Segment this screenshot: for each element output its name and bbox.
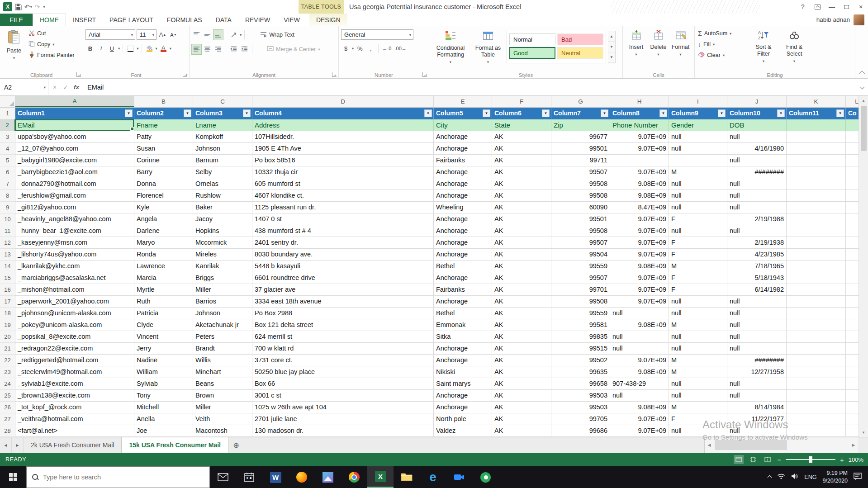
filter-icon[interactable]: ▼ bbox=[243, 109, 251, 117]
italic-button[interactable]: I bbox=[96, 43, 106, 53]
cell-A28[interactable]: <fart@al.net> bbox=[15, 425, 134, 437]
cell-D19[interactable]: Box 121 delta street bbox=[252, 319, 434, 331]
cell-E7[interactable]: Anchorage bbox=[434, 178, 492, 190]
cell-G28[interactable]: 99686 bbox=[551, 425, 610, 437]
cell-J2[interactable]: DOB bbox=[727, 119, 787, 131]
close-icon[interactable]: × bbox=[854, 0, 868, 14]
cell-E11[interactable]: Anchorage bbox=[434, 225, 492, 237]
cell-H1[interactable]: Column8▼ bbox=[610, 108, 669, 119]
fill-color-icon[interactable] bbox=[145, 43, 154, 53]
borders-caret[interactable]: ▾ bbox=[137, 46, 138, 51]
cell-D17[interactable]: 3334 east 18th avenue bbox=[252, 296, 434, 308]
number-format-combo[interactable]: General▾ bbox=[341, 29, 413, 40]
cell-I7[interactable]: null bbox=[669, 178, 727, 190]
page-layout-view-icon[interactable] bbox=[748, 455, 758, 464]
cell-A14[interactable]: _lkanrilak@ykhc.com bbox=[15, 261, 134, 272]
cell-F20[interactable]: AK bbox=[492, 331, 551, 343]
increase-indent-icon[interactable] bbox=[240, 44, 249, 54]
cell-F23[interactable]: AK bbox=[492, 366, 551, 378]
column-header-J[interactable]: J bbox=[727, 96, 787, 107]
cell-J18[interactable]: null bbox=[727, 308, 787, 319]
cell-K8[interactable] bbox=[787, 190, 846, 202]
cell-E17[interactable]: Anchorage bbox=[434, 296, 492, 308]
cell-C11[interactable]: Hopkins bbox=[193, 225, 252, 237]
cell-I16[interactable]: F bbox=[669, 284, 727, 296]
cell-K26[interactable] bbox=[787, 402, 846, 413]
cell-I15[interactable]: F bbox=[669, 272, 727, 284]
cell-G17[interactable]: 99508 bbox=[551, 296, 610, 308]
gallery-down-icon[interactable]: ▼ bbox=[608, 42, 615, 52]
cell-C23[interactable]: Minehart bbox=[193, 366, 252, 378]
cell-F6[interactable]: AK bbox=[492, 166, 551, 178]
cell-H25[interactable]: null bbox=[610, 390, 669, 402]
cell-I14[interactable]: M bbox=[669, 261, 727, 272]
scroll-right-icon[interactable]: ▶ bbox=[849, 443, 858, 447]
cell-F8[interactable]: AK bbox=[492, 190, 551, 202]
font-dialog-launcher-icon[interactable] bbox=[183, 72, 187, 77]
cell-A3[interactable]: uppa'sboy@yahoo.com bbox=[15, 131, 134, 143]
cell-K27[interactable] bbox=[787, 413, 846, 425]
cell-J25[interactable]: null bbox=[727, 390, 787, 402]
format-cells-button[interactable]: Format ▾ bbox=[669, 28, 692, 57]
cell-J8[interactable]: null bbox=[727, 190, 787, 202]
cell-H21[interactable]: null bbox=[610, 343, 669, 355]
cell-K13[interactable] bbox=[787, 249, 846, 261]
cell-F27[interactable]: AK bbox=[492, 413, 551, 425]
cell-J9[interactable]: null bbox=[727, 202, 787, 213]
cell-E13[interactable]: Anchorage bbox=[434, 249, 492, 261]
zoom-level[interactable]: 100% bbox=[849, 456, 863, 463]
taskbar-search[interactable] bbox=[26, 466, 210, 488]
cell-H9[interactable]: 8.47E+09 bbox=[610, 202, 669, 213]
cell-D2[interactable]: Address bbox=[252, 119, 434, 131]
cell-E21[interactable]: Anchorage bbox=[434, 343, 492, 355]
cell-K20[interactable] bbox=[787, 331, 846, 343]
cell-K23[interactable] bbox=[787, 366, 846, 378]
cell-K17[interactable] bbox=[787, 296, 846, 308]
cell-K19[interactable] bbox=[787, 319, 846, 331]
cell-C3[interactable]: Kompkoff bbox=[193, 131, 252, 143]
cell-B19[interactable]: Clyde bbox=[134, 319, 193, 331]
cell-E23[interactable]: Nikiski bbox=[434, 366, 492, 378]
vertical-scrollbar[interactable]: ▲ ▼ bbox=[859, 96, 868, 437]
wrap-text-button[interactable]: Wrap Text bbox=[259, 29, 295, 40]
save-icon[interactable] bbox=[15, 4, 22, 10]
cell-G12[interactable]: 99507 bbox=[551, 237, 610, 249]
cell-K3[interactable] bbox=[787, 131, 846, 143]
cell-H26[interactable]: 9.08E+09 bbox=[610, 402, 669, 413]
cell-C25[interactable]: Brown bbox=[193, 390, 252, 402]
cell-A19[interactable]: _pokey@unicom-alaska.com bbox=[15, 319, 134, 331]
column-header-E[interactable]: E bbox=[434, 96, 492, 107]
cell-A26[interactable]: _tot_kopf_@rock.com bbox=[15, 402, 134, 413]
cell-B23[interactable]: William bbox=[134, 366, 193, 378]
cell-E4[interactable]: Anchorage bbox=[434, 143, 492, 155]
tab-review[interactable]: REVIEW bbox=[238, 14, 277, 26]
cell-J7[interactable]: null bbox=[727, 178, 787, 190]
cell-D11[interactable]: 438 mumford st # 4 bbox=[252, 225, 434, 237]
cell-A21[interactable]: _redragon22@excite.com bbox=[15, 343, 134, 355]
column-header-C[interactable]: C bbox=[193, 96, 252, 107]
insert-cells-button[interactable]: Insert ▾ bbox=[625, 28, 647, 57]
decrease-decimal-icon[interactable]: .00→ bbox=[394, 43, 407, 53]
tab-formulas[interactable]: FORMULAS bbox=[160, 14, 209, 26]
cell-A5[interactable]: _babygirl1980@excite.com bbox=[15, 155, 134, 166]
start-button[interactable] bbox=[0, 466, 26, 488]
filter-icon[interactable]: ▼ bbox=[542, 109, 550, 117]
cell-I18[interactable]: null bbox=[669, 308, 727, 319]
cell-H5[interactable] bbox=[610, 155, 669, 166]
cell-G22[interactable]: 99502 bbox=[551, 355, 610, 366]
enter-formula-icon[interactable]: ✓ bbox=[60, 84, 71, 91]
cell-K4[interactable] bbox=[787, 143, 846, 155]
cell-B27[interactable]: Anella bbox=[134, 413, 193, 425]
clipboard-dialog-launcher-icon[interactable] bbox=[76, 72, 81, 77]
vertical-scroll-thumb[interactable] bbox=[861, 106, 867, 151]
language-indicator[interactable]: ENG bbox=[804, 474, 816, 480]
increase-decimal-icon[interactable]: ←.0 bbox=[381, 43, 392, 53]
cell-J12[interactable]: 2/19/1938 bbox=[727, 237, 787, 249]
cell-J11[interactable]: null bbox=[727, 225, 787, 237]
fill-button[interactable]: ↓ Fill ▾ bbox=[697, 39, 747, 50]
copy-button[interactable]: Copy ▾ bbox=[28, 39, 76, 50]
cell-D13[interactable]: 8030 boundary ave. bbox=[252, 249, 434, 261]
insert-function-icon[interactable]: fx bbox=[71, 84, 82, 90]
decrease-indent-icon[interactable] bbox=[229, 44, 238, 54]
cell-G2[interactable]: Zip bbox=[551, 119, 610, 131]
